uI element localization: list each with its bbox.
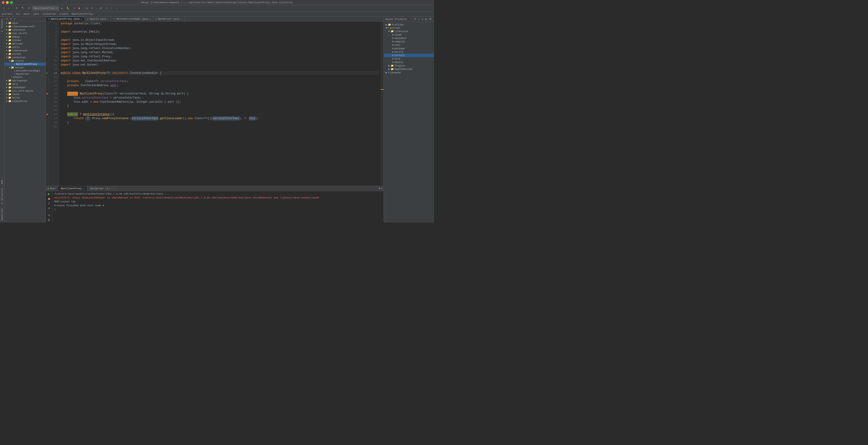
maven-test[interactable]: ⚙ test [384,43,434,47]
tab-close-icon[interactable]: ✕ [81,18,82,21]
favorites-tab-label[interactable]: Favorites [0,206,4,222]
tree-item-rpcserver[interactable]: C RpcServer [5,72,45,75]
toolbar-push-btn[interactable]: ↑ [110,6,114,10]
bottom-settings-icon[interactable]: ⚙ [379,187,380,190]
tree-item-debug[interactable]: ▶ 📁 debug [5,35,45,38]
tab-close-icon[interactable]: ✕ [83,187,84,190]
maven-validate[interactable]: ⚙ validate [384,36,434,40]
maven-deploy[interactable]: ⚙ deploy [384,61,434,64]
maven-package[interactable]: ⚙ package [384,47,434,50]
tab-close-icon[interactable]: ✕ [149,18,151,21]
tree-item-cache[interactable]: ▶ 📁 Cache [5,93,45,96]
tree-item-ihello[interactable]: I IHello [5,75,45,79]
breadcrumb-src[interactable]: src [16,12,21,15]
toolbar-btn-sync[interactable]: ⟲ [14,6,19,10]
tree-item-comthrift[interactable]: ▶ 📁 com.thrift [5,32,45,35]
maven-label: validate [394,37,406,40]
toolbar-btn-build[interactable]: 🔨 [20,6,26,10]
toolbar-run-btn[interactable]: ▶ [60,6,64,10]
sidebar-toolbar-settings[interactable]: ≡ [13,17,16,21]
maximize-button[interactable] [10,1,13,4]
tree-item-helloserviceimpl[interactable]: C HelloServiceImpl [5,69,45,72]
tree-item-zylcoremayun[interactable]: ▶ 📁 zyl.core.mayun [5,89,45,93]
maven-javaasm[interactable]: ▶ M javaasm [384,71,434,74]
toolbar-btn-forward[interactable]: ▷ [7,6,11,10]
maven-clean[interactable]: ⚙ clean [384,33,434,36]
tree-item-util[interactable]: ▶ 📁 util [5,82,45,86]
fold-button[interactable]: ⊟ [47,213,51,217]
run-config-dropdown[interactable]: RpcClientProxy ▾ [32,6,59,10]
breadcrumb-main[interactable]: main [24,12,30,15]
breadcrumb-file[interactable]: RpcClientProxy [72,12,93,15]
maven-menu-btn[interactable]: ≡ [421,18,424,21]
breadcrumb-socketrpc[interactable]: socketrpc [42,12,56,15]
tab-ihello[interactable]: I IHello.java ✕ [85,17,111,21]
tree-item-socket[interactable]: ▶ 📁 socket [5,52,45,56]
tree-item-netty[interactable]: ▶ 📁 netty [5,45,45,49]
bottom-close-icon[interactable]: ✕ [381,187,383,190]
sidebar-toolbar-gear[interactable]: ⚙ [5,17,9,21]
tree-item-meituan[interactable]: ▶ 📁 meituan [5,42,45,45]
tree-item-socketrpc[interactable]: ▼ 📂 socketrpc [5,56,45,59]
breadcrumb-gittest[interactable]: gittest [2,12,12,15]
web-tab-label[interactable]: Web [0,178,4,186]
tree-item-child[interactable]: ▶ 📁 Child [5,96,45,99]
toolbar-commit-btn[interactable]: ✓ [104,6,109,10]
rerun-button[interactable]: ▶ [47,192,51,196]
tab-close-icon[interactable]: ✕ [107,18,109,21]
tab-helloserviceimpl[interactable]: C HelloServiceImpl.java ✕ [111,17,153,21]
maven-verify[interactable]: ⚙ verify [384,50,434,54]
sidebar-toolbar-collapse[interactable]: ≡ [9,17,12,21]
clear-button[interactable]: 🗑 [47,218,51,222]
tree-item-springcopy[interactable]: ▶ 📁 springcopy [5,79,45,82]
maven-plugins[interactable]: ▶ 📁 Plugins [384,64,434,67]
maven-gittest[interactable]: ▼ M gittest [384,26,434,30]
toolbar-vcs-btn[interactable]: ⎇ [98,6,103,10]
maven-lifecycle-parent[interactable]: ▼ 📁 Lifecycle [384,30,434,33]
maven-site[interactable]: ⚙ site [384,57,434,61]
breadcrumb-java[interactable]: java [33,12,39,15]
maven-add-btn[interactable]: + [417,18,420,21]
tree-item-asyn[interactable]: ▶ 📁 asyn [5,21,45,25]
maven-profiles[interactable]: ▶ 📁 Profiles [384,23,434,26]
tree-item-classporxy[interactable]: ▶ 📁 ClassPorxy [5,99,45,103]
tree-item-zookeeper[interactable]: ▶ 📁 zookeeper [5,86,45,89]
stop-button[interactable]: ◼ [47,196,51,201]
breadcrumb-client[interactable]: client [59,12,68,15]
toolbar-debug-btn[interactable]: 🐛 [65,6,71,10]
close-button[interactable] [2,1,5,4]
maven-compile[interactable]: ⚙ compile [384,40,434,43]
maven-settings-btn[interactable]: ⚙ [429,18,432,21]
toolbar-more-btn[interactable]: ≡ [90,6,94,10]
toolbar-btn-back[interactable]: ◁ [1,6,6,10]
maven-dependencies[interactable]: ▶ 📁 Dependencies [384,67,434,71]
bottom-tab-rpcclientproxy[interactable]: RpcClientProxy ✕ [58,186,87,191]
toolbar-update-btn[interactable]: ↻ [85,6,89,10]
toolbar-pull-btn[interactable]: ↓ [115,6,119,10]
maven-refresh-btn[interactable]: ↺ [413,18,417,21]
tab-rpcclientproxy[interactable]: C RpcClientProxy.java ✕ [46,17,85,21]
structure-tab-label[interactable]: 2: Structure [0,186,4,206]
maven-run-btn[interactable]: ▶ [425,18,428,21]
tab-close-icon[interactable]: ✕ [180,18,182,21]
pause-button[interactable]: ⏸ [47,201,51,205]
toolbar-stop-btn[interactable]: ◼ [77,6,82,10]
tree-item-classloadertest[interactable]: ▶ 📁 classloadertest [5,25,45,28]
tab-close-icon[interactable]: ✕ [111,187,112,190]
tree-item-server[interactable]: ▼ 📂 server [5,66,45,69]
tree-item-rpcclientproxy[interactable]: C RpcClientProxy [5,63,45,66]
tree-item-invoke[interactable]: ▶ 📁 invoke [5,38,45,42]
tree-item-classtest[interactable]: ▶ 📁 classtest [5,28,45,32]
tree-item-client[interactable]: ▼ 📂 client [5,59,45,63]
code-content[interactable]: package socketrpc.client; import socketr… [59,22,381,186]
project-tab-label[interactable]: 1: Project [0,17,4,34]
minimize-button[interactable] [6,1,9,4]
toolbar-coverage-btn[interactable]: ☂ [72,6,76,10]
bottom-tab-rpcserver[interactable]: RpcServer (1) ✕ [87,186,115,191]
scroll-to-end-button[interactable]: ⬇ [47,206,51,210]
maven-install[interactable]: ⚙ install [384,54,434,57]
tree-item-removetask[interactable]: ▶ 📁 removetask [5,49,45,52]
tab-rpcserver[interactable]: C RpcServer.java ✕ [153,17,184,21]
toolbar-btn-run-config[interactable]: ⚙ [27,6,31,10]
code-editor[interactable]: ▶ 1 [46,22,383,186]
